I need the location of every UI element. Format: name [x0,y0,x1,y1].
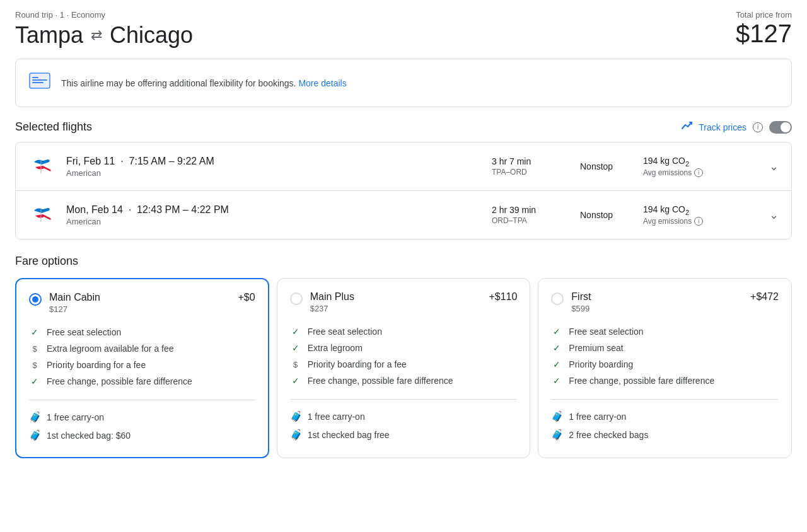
list-item: ✓ Extra legroom [290,340,518,356]
fare-luggage-list: 🧳 1 free carry-on 🧳 1st checked bag free [290,407,518,444]
list-item: 🧳 2 free checked bags [551,425,779,444]
fare-name: First [571,291,750,303]
track-prices-label: Track prices [699,122,746,132]
flight-stops: Nonstop [580,161,630,171]
selected-flights-header: Selected flights Track prices i [15,120,792,134]
list-item: $ Priority boarding for a fee [290,356,518,373]
fare-base-price: $237 [310,304,489,313]
check-icon: ✓ [29,376,40,386]
checked-bag-icon: 🧳 [551,429,562,441]
list-item: ✓ Free change, possible fare difference [290,373,518,389]
svg-rect-3 [32,82,44,83]
check-icon: ✓ [551,359,562,369]
fare-card-first[interactable]: First $599 +$472 ✓ Free seat selection ✓… [538,278,792,458]
checked-bag-icon: 🧳 [29,429,40,441]
origin-label: Tampa [15,22,83,49]
fare-card-main-cabin[interactable]: Main Cabin $127 +$0 ✓ Free seat selectio… [15,278,269,458]
list-item: 🧳 1 free carry-on [290,407,518,425]
airline-logo [28,154,54,179]
svg-rect-1 [32,77,38,78]
fare-radio-first[interactable] [551,292,564,305]
expand-chevron[interactable]: ⌄ [769,208,779,222]
total-price-value: $127 [736,20,792,48]
list-item: ✓ Free seat selection [29,324,255,340]
header-right: Total price from $127 [736,10,792,48]
fare-radio-main-cabin[interactable] [29,293,42,306]
flight-row[interactable]: Fri, Feb 11 · 7:15 AM – 9:22 AM American… [16,142,791,191]
list-item: $ Priority boarding for a fee [29,357,255,373]
fare-divider [551,399,779,400]
fare-name: Main Cabin [49,292,238,303]
info-banner-text: This airline may be offering additional … [61,78,347,88]
fare-base-price: $599 [571,304,750,313]
toggle-circle [781,122,791,132]
dollar-icon: $ [29,361,40,370]
dollar-icon: $ [29,344,40,354]
fare-features-list: ✓ Free seat selection $ Extra legroom av… [29,324,255,390]
list-item: ✓ Priority boarding [551,356,779,373]
flight-duration: 2 hr 39 min ORD–TPA [492,205,567,225]
track-prices-button[interactable]: Track prices [681,120,746,134]
carry-on-icon: 🧳 [29,411,40,423]
fare-options-title: Fare options [15,255,792,268]
list-item: 🧳 1 free carry-on [551,407,779,425]
swap-icon: ⇄ [91,27,102,43]
track-prices-toggle[interactable] [769,121,792,134]
fare-luggage-list: 🧳 1 free carry-on 🧳 2 free checked bags [551,407,779,444]
fare-cards-container: Main Cabin $127 +$0 ✓ Free seat selectio… [15,278,792,458]
flight-stops: Nonstop [580,210,630,220]
fare-diff: +$110 [489,291,517,303]
fare-base-price: $127 [49,304,238,314]
check-icon: ✓ [290,327,301,337]
flight-info: Fri, Feb 11 · 7:15 AM – 9:22 AM American [66,156,479,178]
expand-chevron[interactable]: ⌄ [769,159,779,173]
flight-emissions: 194 kg CO2 Avg emissions i [643,204,757,226]
check-icon: ✓ [551,327,562,337]
list-item: ✓ Premium seat [551,340,779,356]
fare-card-main-plus[interactable]: Main Plus $237 +$110 ✓ Free seat selecti… [277,278,531,458]
track-prices-icon [681,120,694,134]
flights-container: Fri, Feb 11 · 7:15 AM – 9:22 AM American… [15,142,792,240]
flight-row[interactable]: Mon, Feb 14 · 12:43 PM – 4:22 PM America… [16,191,791,239]
fare-card-header: Main Plus $237 +$110 [290,291,518,313]
carry-on-icon: 🧳 [551,410,562,422]
more-details-link[interactable]: More details [298,78,346,88]
flight-airline: American [66,168,479,178]
flight-duration: 3 hr 7 min TPA–ORD [492,156,567,176]
track-prices-info-icon[interactable]: i [753,122,763,132]
emissions-info-icon[interactable]: i [694,168,703,177]
list-item: ✓ Free seat selection [290,323,518,340]
checked-bag-icon: 🧳 [290,429,301,441]
flight-time: Fri, Feb 11 · 7:15 AM – 9:22 AM [66,156,479,167]
fare-name: Main Plus [310,291,489,303]
track-prices-group: Track prices i [681,120,792,134]
flight-emissions: 194 kg CO2 Avg emissions i [643,156,757,178]
carry-on-icon: 🧳 [290,410,301,422]
fare-card-header: First $599 +$472 [551,291,779,313]
list-item: ✓ Free seat selection [551,323,779,340]
trip-type-label: Round trip · 1 · Economy [15,10,105,20]
info-banner-icon [28,69,51,96]
destination-label: Chicago [110,22,193,49]
list-item: 🧳 1st checked bag: $60 [29,426,255,444]
info-banner: This airline may be offering additional … [15,59,792,107]
selected-flights-title: Selected flights [15,120,92,134]
list-item: ✓ Free change, possible fare difference [29,373,255,390]
fare-features-list: ✓ Free seat selection ✓ Premium seat ✓ P… [551,323,779,389]
flight-time: Mon, Feb 14 · 12:43 PM – 4:22 PM [66,204,479,216]
check-icon: ✓ [551,343,562,353]
list-item: 🧳 1st checked bag free [290,425,518,444]
check-icon: ✓ [290,343,301,353]
flight-info: Mon, Feb 14 · 12:43 PM – 4:22 PM America… [66,204,479,226]
list-item: 🧳 1 free carry-on [29,408,255,426]
fare-features-list: ✓ Free seat selection ✓ Extra legroom $ … [290,323,518,389]
dollar-icon: $ [290,360,301,369]
emissions-info-icon[interactable]: i [694,217,703,226]
fare-card-header: Main Cabin $127 +$0 [29,292,255,314]
fare-diff: +$472 [750,291,779,303]
check-icon: ✓ [290,376,301,386]
fare-radio-main-plus[interactable] [290,292,303,305]
fare-luggage-list: 🧳 1 free carry-on 🧳 1st checked bag: $60 [29,408,255,444]
total-price-label: Total price from [736,10,792,20]
svg-rect-2 [32,79,47,81]
